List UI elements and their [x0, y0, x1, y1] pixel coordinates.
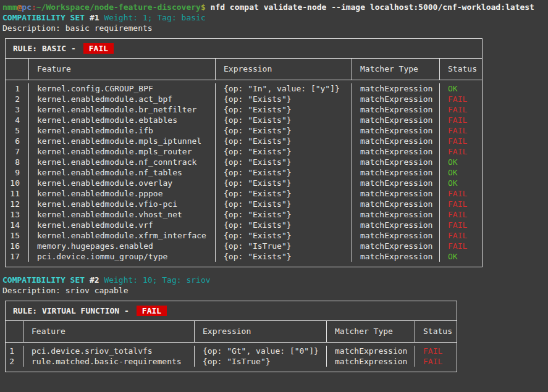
column-header-matcher: Matcher Type — [352, 59, 439, 80]
expression-cell: {op: "Exists"} — [215, 167, 352, 178]
table-row: 5 kernel.enabledmodule.ifb {op: "Exists"… — [6, 125, 482, 136]
matcher-cell: matchExpression — [352, 178, 439, 188]
row-number: 2 — [6, 94, 28, 104]
table-row: 14 kernel.enabledmodule.vrf {op: "Exists… — [6, 220, 482, 230]
table-row: 3 kernel.enabledmodule.br_netfilter {op:… — [6, 104, 482, 115]
prompt-line: nmm@pc:~/Workspace/node-feature-discover… — [2, 2, 548, 12]
row-number: 4 — [6, 115, 28, 125]
feature-cell: memory.hugepages.enabled — [28, 241, 215, 251]
prompt-dollar: $ — [201, 2, 206, 12]
row-number: 12 — [6, 199, 28, 209]
row-number: 16 — [6, 241, 28, 251]
row-number: 13 — [6, 209, 28, 220]
column-header-matcher: Matcher Type — [326, 321, 415, 342]
row-number: 6 — [6, 136, 28, 146]
feature-cell: kernel.enabledmodule.overlay — [28, 178, 215, 188]
column-header-status: Status — [415, 321, 457, 342]
table-row: 1 kernel.config.CGROUP_BPF {op: "In", va… — [6, 83, 482, 94]
expression-cell: {op: "Exists"} — [215, 157, 352, 167]
feature-cell: pci.device.sriov_totalvfs — [23, 346, 194, 356]
expression-cell: {op: "Exists"} — [215, 125, 352, 136]
feature-cell: pci.device.iommu_group/type — [28, 251, 215, 262]
expression-cell: {op: "IsTrue"} — [215, 241, 352, 251]
status-cell: OK — [439, 167, 482, 178]
matcher-cell: matchExpression — [352, 199, 439, 209]
expression-cell: {op: "Exists"} — [215, 251, 352, 262]
feature-cell: kernel.enabledmodule.nf_conntrack — [28, 157, 215, 167]
table-row: 8 kernel.enabledmodule.nf_conntrack {op:… — [6, 157, 482, 167]
matcher-cell: matchExpression — [352, 241, 439, 251]
table-header-row: Feature Expression Matcher Type Status — [6, 321, 457, 343]
expression-cell: {op: "Exists"} — [215, 188, 352, 199]
feature-cell: kernel.enabledmodule.vrf — [28, 220, 215, 230]
set2-meta: Weight: 10; Tag: sriov — [104, 275, 210, 285]
status-cell: FAIL — [439, 94, 482, 104]
status-cell: OK — [439, 157, 482, 167]
table-row: 11 kernel.enabledmodule.pppoe {op: "Exis… — [6, 188, 482, 199]
set1-meta: Weight: 1; Tag: basic — [104, 13, 205, 22]
feature-cell: kernel.enabledmodule.vhost_net — [28, 209, 215, 220]
rule-title-bar: RULE: VIRTUAL FUNCTION -FAIL — [6, 301, 457, 321]
matcher-cell: matchExpression — [352, 125, 439, 136]
status-cell: FAIL — [439, 220, 482, 230]
rule-status-badge: FAIL — [83, 43, 114, 54]
prompt-user: nmm — [2, 2, 17, 12]
matcher-cell: matchExpression — [352, 94, 439, 104]
expression-cell: {op: "Exists"} — [215, 146, 352, 157]
matcher-cell: matchExpression — [352, 209, 439, 220]
expression-cell: {op: "Exists"} — [215, 94, 352, 104]
column-header-feature: Feature — [28, 59, 215, 80]
table-row: 6 kernel.enabledmodule.mpls_iptunnel {op… — [6, 136, 482, 146]
row-number: 1 — [6, 83, 28, 94]
status-cell: FAIL — [415, 346, 457, 356]
table-row: 12 kernel.enabledmodule.vfio-pci {op: "E… — [6, 199, 482, 209]
status-cell: FAIL — [439, 199, 482, 209]
terminal-window[interactable]: nmm@pc:~/Workspace/node-feature-discover… — [0, 0, 548, 392]
set2-description: Description: sriov capable — [2, 285, 548, 296]
command-text: nfd compat validate-node --image localho… — [211, 2, 534, 12]
rule-status-badge: FAIL — [137, 306, 167, 316]
table-row: 2 rule.matched.basic-requirements {op: "… — [6, 356, 457, 367]
table-header-row: Feature Expression Matcher Type Status — [6, 59, 482, 80]
matcher-cell: matchExpression — [352, 251, 439, 262]
table-row: 15 kernel.enabledmodule.xfrm_interface {… — [6, 230, 482, 241]
column-header-status: Status — [439, 59, 482, 80]
status-cell: FAIL — [439, 136, 482, 146]
row-number: 15 — [6, 230, 28, 241]
matcher-cell: matchExpression — [326, 356, 415, 367]
prompt-colon: : — [32, 2, 36, 12]
table-body: 1 pci.device.sriov_totalvfs {op: "Gt", v… — [6, 343, 457, 372]
row-number: 10 — [6, 178, 28, 188]
row-number: 9 — [6, 167, 28, 178]
status-cell: FAIL — [439, 125, 482, 136]
matcher-cell: matchExpression — [352, 167, 439, 178]
expression-cell: {op: "Gt", value: ["0"]} — [194, 346, 326, 356]
status-cell: FAIL — [439, 230, 482, 241]
prompt-host: pc — [22, 2, 32, 12]
matcher-cell: matchExpression — [352, 83, 439, 94]
row-number: 11 — [6, 188, 28, 199]
matcher-cell: matchExpression — [326, 346, 415, 356]
table-row: 17 pci.device.iommu_group/type {op: "Exi… — [6, 251, 482, 262]
column-header-feature: Feature — [23, 321, 194, 342]
status-cell: FAIL — [439, 241, 482, 251]
matcher-cell: matchExpression — [352, 230, 439, 241]
feature-cell: kernel.enabledmodule.ebtables — [28, 115, 215, 125]
feature-cell: kernel.enabledmodule.mpls_router — [28, 146, 215, 157]
row-number: 17 — [6, 251, 28, 262]
set1-title: COMPATIBILITY SET — [2, 13, 85, 22]
set2-number: #2 — [90, 275, 99, 285]
rule-label: RULE: VIRTUAL FUNCTION - — [13, 306, 129, 315]
status-cell: FAIL — [439, 209, 482, 220]
row-number: 8 — [6, 157, 28, 167]
feature-cell: kernel.enabledmodule.vfio-pci — [28, 199, 215, 209]
expression-cell: {op: "Exists"} — [215, 230, 352, 241]
expression-cell: {op: "Exists"} — [215, 104, 352, 115]
matcher-cell: matchExpression — [352, 146, 439, 157]
column-header-expression: Expression — [215, 59, 352, 80]
row-number: 7 — [6, 146, 28, 157]
status-cell: FAIL — [439, 115, 482, 125]
matcher-cell: matchExpression — [352, 220, 439, 230]
matcher-cell: matchExpression — [352, 157, 439, 167]
feature-cell: rule.matched.basic-requirements — [23, 356, 194, 367]
